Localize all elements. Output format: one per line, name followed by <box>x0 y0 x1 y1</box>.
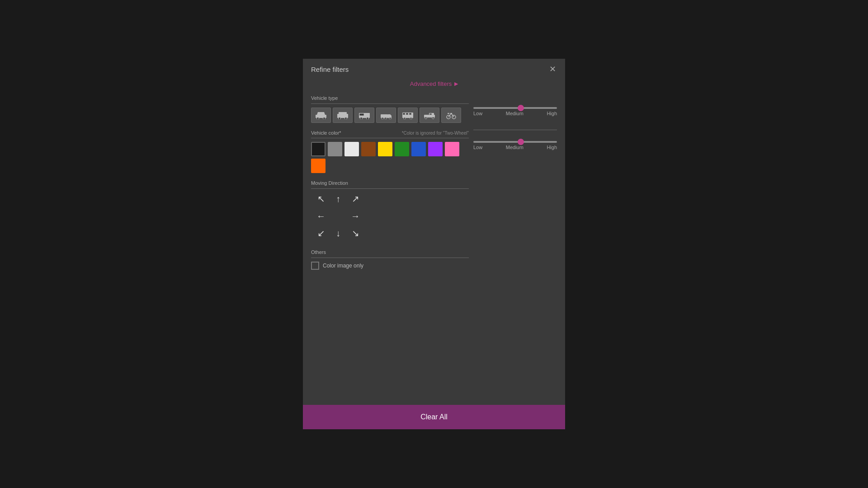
svg-point-7 <box>345 117 347 120</box>
slider2-thumb[interactable] <box>518 139 524 145</box>
color-swatch-row <box>311 142 469 173</box>
vehicle-btn-bus[interactable] <box>398 108 418 123</box>
svg-rect-12 <box>381 114 388 118</box>
color-swatch-pink[interactable] <box>445 142 459 156</box>
moving-direction-header: Moving Direction <box>311 177 469 189</box>
svg-rect-9 <box>359 113 364 116</box>
svg-rect-25 <box>429 113 432 115</box>
vehicle-btn-van[interactable] <box>354 108 374 123</box>
slider1-low: Low <box>473 111 482 116</box>
slider2-low: Low <box>473 145 482 150</box>
svg-rect-5 <box>339 112 347 115</box>
advanced-filters-bar[interactable]: Advanced filters ▶ <box>303 78 565 92</box>
color-swatch-white[interactable] <box>344 142 359 156</box>
svg-rect-18 <box>403 113 405 115</box>
dir-btn-e[interactable]: → <box>350 211 361 221</box>
svg-marker-1 <box>317 112 325 115</box>
color-swatch-gray[interactable] <box>328 142 342 156</box>
svg-point-22 <box>410 117 412 119</box>
vehicle-btn-pickup[interactable] <box>420 108 439 123</box>
color-swatch-purple[interactable] <box>428 142 443 156</box>
dir-btn-sw[interactable]: ↙ <box>316 228 326 239</box>
svg-point-10 <box>360 117 363 120</box>
slider1-labels: Low Medium High <box>473 111 557 116</box>
direction-pad: ↖ ↑ ↗ ← → ↙ ↓ ↘ <box>316 193 361 239</box>
color-swatch-green[interactable] <box>395 142 409 156</box>
color-swatch-blue[interactable] <box>411 142 426 156</box>
color-swatch-yellow[interactable] <box>378 142 392 156</box>
svg-rect-19 <box>406 113 408 115</box>
vehicle-btn-bike[interactable] <box>441 108 461 123</box>
svg-point-16 <box>389 117 391 119</box>
dir-btn-nw[interactable]: ↖ <box>316 193 326 204</box>
dir-btn-s[interactable]: ↓ <box>333 228 344 239</box>
vehicle-color-label: Vehicle color* <box>311 130 341 136</box>
color-ignored-note: *Color is ignored for "Two-Wheel" <box>402 131 469 136</box>
content-area: Vehicle type <box>303 92 565 405</box>
refine-filters-dialog: Refine filters ✕ Advanced filters ▶ Vehi… <box>303 59 565 429</box>
svg-point-3 <box>323 117 326 120</box>
dialog-title: Refine filters <box>311 66 349 73</box>
close-button[interactable]: ✕ <box>548 65 557 73</box>
color-image-only-label: Color image only <box>323 263 363 269</box>
slider2-container: Low Medium High <box>473 134 557 152</box>
dir-btn-w[interactable]: ← <box>316 211 326 221</box>
color-image-only-checkbox[interactable] <box>311 262 319 270</box>
svg-point-6 <box>339 117 341 120</box>
left-column: Vehicle type <box>311 92 469 405</box>
dialog-header: Refine filters ✕ <box>303 59 565 78</box>
play-icon: ▶ <box>454 81 458 87</box>
slider1-high: High <box>547 111 557 116</box>
vehicle-btn-suv[interactable] <box>333 108 353 123</box>
right-column: Low Medium High Low Medium High <box>473 92 557 405</box>
slider2-medium: Medium <box>506 145 524 150</box>
slider1-thumb[interactable] <box>518 105 524 111</box>
dir-btn-n[interactable]: ↑ <box>333 193 344 204</box>
svg-point-26 <box>425 117 427 119</box>
slider2-high: High <box>547 145 557 150</box>
slider1-container: Low Medium High <box>473 100 557 118</box>
color-swatch-orange[interactable] <box>311 159 326 173</box>
slider2-track[interactable] <box>473 141 557 143</box>
dir-btn-ne[interactable]: ↗ <box>350 193 361 204</box>
others-header: Others <box>311 246 469 258</box>
svg-point-14 <box>382 117 383 119</box>
svg-point-21 <box>404 117 406 119</box>
svg-point-2 <box>317 117 319 120</box>
svg-point-27 <box>432 117 434 119</box>
color-header-row: Vehicle color* *Color is ignored for "Tw… <box>311 130 469 138</box>
color-image-only-row: Color image only <box>311 262 469 270</box>
dir-btn-se[interactable]: ↘ <box>350 228 361 239</box>
slider-divider <box>473 130 557 130</box>
clear-all-button[interactable]: Clear All <box>303 405 565 429</box>
vehicle-type-header: Vehicle type <box>311 92 469 104</box>
slider2-labels: Low Medium High <box>473 145 557 150</box>
color-swatch-black[interactable] <box>311 142 326 156</box>
vehicle-btn-truck[interactable] <box>376 108 396 123</box>
color-swatch-brown[interactable] <box>361 142 376 156</box>
slider1-medium: Medium <box>506 111 524 116</box>
vehicle-btn-car[interactable] <box>311 108 331 123</box>
vehicle-type-row <box>311 108 469 123</box>
advanced-filters-label: Advanced filters <box>410 80 452 87</box>
svg-point-11 <box>367 117 369 120</box>
svg-rect-20 <box>409 113 411 115</box>
svg-point-15 <box>385 117 387 119</box>
slider1-track[interactable] <box>473 107 557 109</box>
